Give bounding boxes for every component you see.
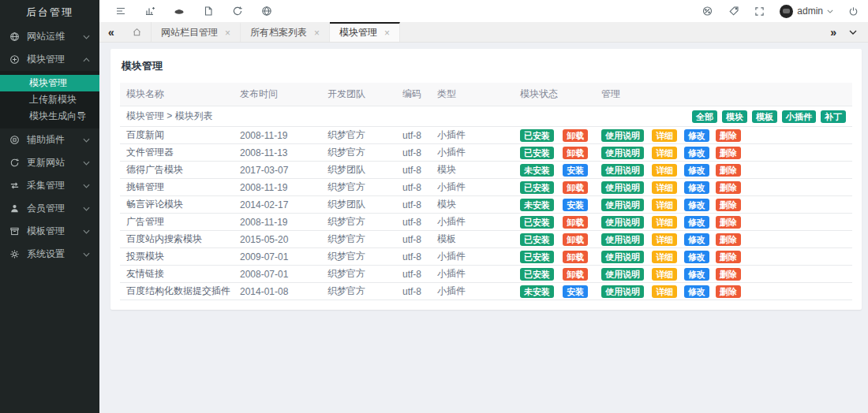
encoding: utf-8 — [396, 231, 431, 248]
modify-button[interactable]: 修改 — [684, 216, 709, 229]
filter-template-button[interactable]: 模板 — [752, 110, 777, 123]
usage-button[interactable]: 使用说明 — [601, 164, 644, 177]
module-type: 模板 — [431, 231, 514, 248]
detail-button[interactable]: 详细 — [652, 268, 677, 281]
detail-button[interactable]: 详细 — [652, 147, 677, 159]
sidebar-item-modules[interactable]: 模块管理 — [0, 48, 99, 71]
add-module-icon[interactable] — [144, 6, 155, 17]
user-menu[interactable]: admin — [780, 5, 833, 18]
install-toggle-button[interactable]: 卸载 — [563, 251, 588, 263]
filter-widget-button[interactable]: 小插件 — [782, 110, 816, 123]
install-toggle-button[interactable]: 安装 — [563, 199, 588, 211]
dev-team: 织梦官方 — [321, 283, 396, 300]
sidebar-item-templates[interactable]: 模板管理 — [0, 220, 99, 243]
tabs-menu-chevron-icon[interactable] — [849, 29, 857, 35]
close-icon[interactable]: × — [314, 28, 320, 38]
usage-button[interactable]: 使用说明 — [601, 233, 644, 246]
modify-button[interactable]: 修改 — [684, 147, 709, 159]
usage-button[interactable]: 使用说明 — [601, 251, 644, 263]
detail-button[interactable]: 详细 — [652, 164, 677, 177]
usage-button[interactable]: 使用说明 — [601, 129, 644, 142]
delete-button[interactable]: 删除 — [716, 216, 741, 229]
detail-button[interactable]: 详细 — [652, 285, 677, 298]
modify-button[interactable]: 修改 — [684, 285, 709, 298]
delete-button[interactable]: 删除 — [716, 233, 741, 246]
sidebar-item-settings[interactable]: 系统设置 — [0, 243, 99, 266]
detail-button[interactable]: 详细 — [652, 233, 677, 246]
sidebar-item-site-ops[interactable]: 网站运维 — [0, 25, 99, 48]
install-toggle-button[interactable]: 卸载 — [563, 268, 588, 281]
detail-button[interactable]: 详细 — [652, 251, 677, 263]
usage-button[interactable]: 使用说明 — [601, 181, 644, 194]
sidebar-item-members[interactable]: 会员管理 — [0, 197, 99, 220]
install-status-badge: 已安装 — [520, 216, 554, 229]
delete-button[interactable]: 删除 — [716, 268, 741, 281]
install-toggle-button[interactable]: 卸载 — [563, 181, 588, 194]
sidebar-subitem-module-manage[interactable]: 模块管理 — [0, 75, 99, 91]
install-toggle-button[interactable]: 安装 — [563, 164, 588, 177]
tab-module-manage[interactable]: 模块管理 × — [330, 22, 400, 42]
close-icon[interactable]: × — [384, 28, 390, 38]
delete-button[interactable]: 删除 — [716, 147, 741, 159]
detail-button[interactable]: 详细 — [652, 181, 677, 194]
filter-module-button[interactable]: 模块 — [722, 110, 747, 123]
sidebar-item-collection[interactable]: 采集管理 — [0, 174, 99, 197]
install-status-badge: 已安装 — [520, 251, 554, 263]
detail-button[interactable]: 详细 — [652, 216, 677, 229]
usage-button[interactable]: 使用说明 — [601, 268, 644, 281]
modify-button[interactable]: 修改 — [684, 129, 709, 142]
delete-button[interactable]: 删除 — [716, 181, 741, 194]
tabs-scroll-left-icon[interactable]: « — [99, 22, 123, 42]
usage-button[interactable]: 使用说明 — [601, 199, 644, 211]
install-status-badge: 未安装 — [520, 285, 554, 298]
sidebar-item-update-site[interactable]: 更新网站 — [0, 151, 99, 174]
col-release-date: 发布时间 — [234, 83, 321, 106]
delete-button[interactable]: 删除 — [716, 251, 741, 263]
install-toggle-button[interactable]: 卸载 — [563, 216, 588, 229]
modify-button[interactable]: 修改 — [684, 181, 709, 194]
table-row: 百度新闻 2008-11-19 织梦官方 utf-8 小插件 已安装 卸载 使用… — [120, 127, 852, 144]
modify-button[interactable]: 修改 — [684, 268, 709, 281]
usage-button[interactable]: 使用说明 — [601, 216, 644, 229]
globe-icon[interactable] — [261, 6, 272, 17]
modify-button[interactable]: 修改 — [684, 251, 709, 263]
filter-all-button[interactable]: 全部 — [692, 110, 717, 123]
refresh-icon[interactable] — [232, 6, 243, 17]
install-toggle-button[interactable]: 卸载 — [563, 233, 588, 246]
usage-button[interactable]: 使用说明 — [601, 285, 644, 298]
tab-site-columns[interactable]: 网站栏目管理 × — [152, 22, 241, 42]
fullscreen-icon[interactable] — [754, 6, 765, 17]
home-tab[interactable] — [123, 22, 152, 42]
install-toggle-button[interactable]: 卸载 — [563, 147, 588, 159]
sidebar-subitem-upload-module[interactable]: 上传新模块 — [0, 91, 99, 108]
theme-icon[interactable] — [702, 6, 713, 17]
delete-button[interactable]: 删除 — [716, 285, 741, 298]
delete-button[interactable]: 删除 — [716, 129, 741, 142]
filter-patch-button[interactable]: 补丁 — [821, 110, 846, 123]
menu-fold-icon[interactable] — [115, 6, 126, 17]
sidebar-subitem-module-wizard[interactable]: 模块生成向导 — [0, 108, 99, 125]
document-icon[interactable] — [203, 6, 214, 17]
release-date: 2009-07-01 — [234, 248, 321, 266]
sidebar-item-aux-plugins[interactable]: 辅助插件 — [0, 128, 99, 151]
detail-button[interactable]: 详细 — [652, 199, 677, 211]
encoding: utf-8 — [396, 179, 431, 196]
install-toggle-button[interactable]: 安装 — [563, 285, 588, 298]
modify-button[interactable]: 修改 — [684, 233, 709, 246]
tabs-scroll-right-icon[interactable]: » — [830, 26, 836, 39]
tag-icon[interactable] — [728, 6, 739, 17]
install-status-badge: 已安装 — [520, 129, 554, 142]
power-icon[interactable] — [848, 6, 859, 17]
module-type: 小插件 — [431, 179, 514, 196]
close-icon[interactable]: × — [225, 28, 230, 38]
install-toggle-button[interactable]: 卸载 — [563, 129, 588, 142]
delete-button[interactable]: 删除 — [716, 199, 741, 211]
delete-button[interactable]: 删除 — [716, 164, 741, 177]
tab-archives-list[interactable]: 所有档案列表 × — [241, 22, 330, 42]
modify-button[interactable]: 修改 — [684, 199, 709, 211]
detail-button[interactable]: 详细 — [652, 129, 677, 142]
usage-button[interactable]: 使用说明 — [601, 147, 644, 159]
modify-button[interactable]: 修改 — [684, 164, 709, 177]
table-row: 百度站内搜索模块 2015-05-20 织梦官方 utf-8 模板 已安装 卸载… — [120, 231, 852, 248]
clear-cache-icon[interactable] — [174, 6, 185, 17]
